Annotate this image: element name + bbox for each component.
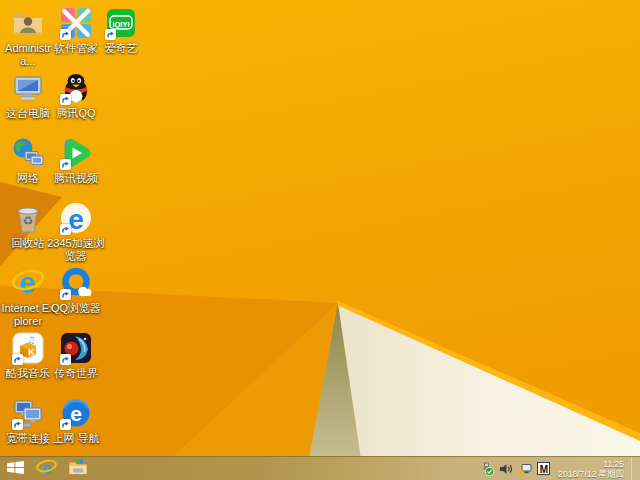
shortcut-arrow-icon bbox=[60, 29, 71, 40]
icon-label: 2345加速浏览器 bbox=[47, 237, 105, 263]
shortcut-arrow-icon bbox=[60, 354, 71, 365]
navigation-e-icon: e bbox=[59, 396, 93, 430]
screen: Administra... 软件管家 bbox=[0, 0, 640, 480]
svg-text:iQIYI: iQIYI bbox=[112, 20, 129, 29]
tray-date: 2018/7/12 星期四 bbox=[558, 469, 624, 479]
clock[interactable]: 11:25 2018/7/12 星期四 bbox=[558, 458, 624, 479]
qq-browser-icon bbox=[59, 266, 93, 300]
icon-label: 上网 导航 bbox=[47, 432, 105, 445]
start-button[interactable] bbox=[0, 457, 30, 480]
tencent-video-icon bbox=[59, 136, 93, 170]
broadband-connection-icon bbox=[11, 396, 45, 430]
icon-label: 传奇世界 bbox=[47, 367, 105, 380]
user-folder-icon bbox=[11, 6, 45, 40]
desktop-icon-legend-world[interactable]: 传奇世界 bbox=[47, 331, 105, 380]
svg-text:e: e bbox=[70, 402, 82, 425]
desktop-icon-tencent-qq[interactable]: 腾讯QQ bbox=[47, 71, 105, 120]
shortcut-arrow-icon bbox=[12, 419, 23, 430]
desktop-icon-tencent-video[interactable]: 腾讯视频 bbox=[47, 136, 105, 185]
icon-label: 爱奇艺 bbox=[92, 42, 150, 55]
desktop-icon-2345-browser[interactable]: e 2345加速浏览器 bbox=[47, 201, 105, 263]
blue-e-browser-icon: e bbox=[59, 201, 93, 235]
shortcut-arrow-icon bbox=[60, 419, 71, 430]
legend-world-game-icon bbox=[59, 331, 93, 365]
ie-icon: e bbox=[36, 458, 57, 480]
shortcut-arrow-icon bbox=[12, 354, 23, 365]
shortcut-arrow-icon bbox=[60, 94, 71, 105]
network-status-warning-icon[interactable] bbox=[518, 462, 532, 476]
desktop-icon-iqiyi[interactable]: iQIYI 爱奇艺 bbox=[92, 6, 150, 55]
taskbar-file-explorer-button[interactable] bbox=[62, 457, 94, 480]
icon-label: 腾讯视频 bbox=[47, 172, 105, 185]
qq-penguin-icon bbox=[59, 71, 93, 105]
ie-icon: e bbox=[11, 266, 45, 300]
network-globe-icon bbox=[11, 136, 45, 170]
ime-indicator[interactable]: M bbox=[537, 462, 550, 475]
show-desktop-button[interactable] bbox=[631, 457, 637, 480]
icon-label: 腾讯QQ bbox=[47, 107, 105, 120]
taskbar: e bbox=[0, 456, 640, 480]
desktop-icon-web-navigation[interactable]: e 上网 导航 bbox=[47, 396, 105, 445]
system-tray: M 11:25 2018/7/12 星期四 bbox=[480, 457, 640, 480]
taskbar-ie-button[interactable]: e bbox=[30, 457, 62, 480]
icon-label: QQ浏览器 bbox=[47, 302, 105, 315]
folder-icon bbox=[68, 459, 88, 479]
svg-text:♻: ♻ bbox=[23, 214, 34, 228]
svg-text:K: K bbox=[28, 347, 35, 357]
shortcut-arrow-icon bbox=[105, 29, 116, 40]
tray-time: 11:25 bbox=[558, 459, 624, 469]
software-manager-icon bbox=[59, 6, 93, 40]
usb-safely-remove-icon[interactable] bbox=[480, 462, 494, 476]
computer-icon bbox=[11, 71, 45, 105]
windows-logo-icon bbox=[7, 460, 24, 478]
kuwo-music-icon: K ♫ bbox=[11, 331, 45, 365]
iqiyi-icon: iQIYI bbox=[104, 6, 138, 40]
shortcut-arrow-icon bbox=[60, 289, 71, 300]
shortcut-arrow-icon bbox=[60, 224, 71, 235]
volume-icon[interactable] bbox=[499, 462, 513, 476]
recycle-bin-icon: ♻ bbox=[11, 201, 45, 235]
shortcut-arrow-icon bbox=[60, 159, 71, 170]
desktop: Administra... 软件管家 bbox=[0, 0, 640, 457]
desktop-icon-qq-browser[interactable]: QQ浏览器 bbox=[47, 266, 105, 315]
svg-text:♫: ♫ bbox=[27, 335, 35, 345]
